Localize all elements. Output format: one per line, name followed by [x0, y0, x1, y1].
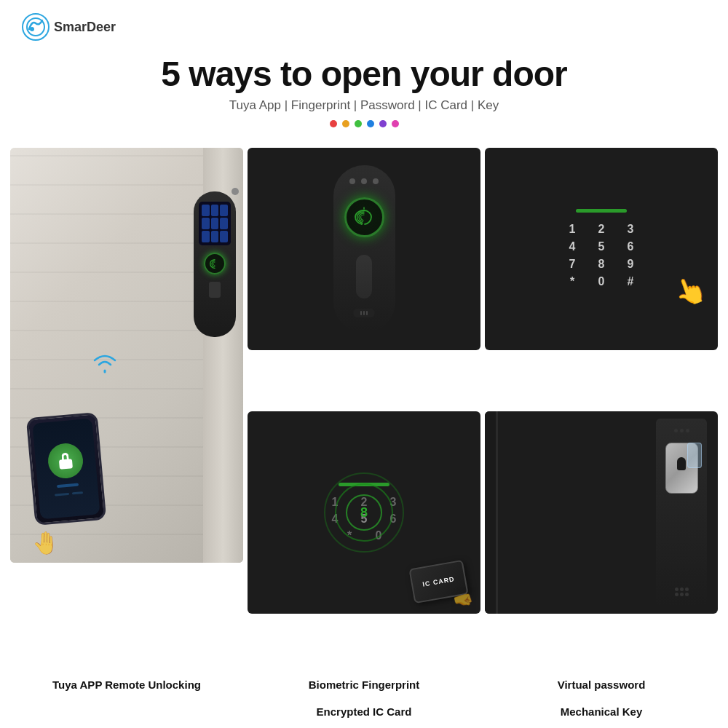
- key-1: 1: [563, 223, 581, 236]
- main-title: 5 ways to open your door: [22, 55, 706, 94]
- lock-body-icon: [209, 282, 221, 298]
- fp-icon-small: [208, 257, 221, 270]
- dot-2: [342, 120, 349, 127]
- key-panel: [656, 419, 707, 606]
- key-row-4: * 0 #: [563, 275, 639, 288]
- key-7: 7: [563, 258, 581, 271]
- ic-card-label: IC CARD: [422, 576, 456, 589]
- app-icon: [47, 441, 84, 479]
- caption-key: Mechanical Key: [485, 703, 718, 721]
- key-6: 6: [622, 240, 639, 253]
- key-star: *: [563, 275, 581, 288]
- cell-pwd: 1 2 3 4 5 6 7 8 9 *: [485, 148, 718, 408]
- caption-pwd: Virtual password: [485, 676, 718, 694]
- image-fingerprint: [248, 148, 480, 350]
- fp-main-circle: [344, 197, 384, 237]
- cell-fp: [248, 148, 480, 408]
- frame-left: [485, 411, 498, 614]
- bottom-speaker: [353, 309, 375, 317]
- image-ic-card: 1 2 3 4 5 6 8 * 0: [248, 411, 480, 614]
- key-0: 0: [593, 275, 610, 288]
- hand: 🤚: [32, 530, 59, 555]
- ic-keypad: 1 2 3 4 5 6 8 * 0: [319, 475, 409, 550]
- key-row-1: 1 2 3: [563, 223, 639, 236]
- kd5: [211, 218, 219, 229]
- phone-status-row: [54, 491, 82, 495]
- lock-device: [194, 191, 236, 337]
- dot-6: [392, 120, 399, 127]
- dots-row: [22, 120, 706, 127]
- wifi-signal: [90, 349, 119, 378]
- dot-4: [367, 120, 374, 127]
- key-hole: [677, 457, 686, 470]
- door-mount: [232, 188, 239, 195]
- key-4: 4: [563, 240, 581, 253]
- logo-icon: [22, 13, 50, 41]
- key-speaker: [673, 586, 690, 598]
- phone-screen: [32, 418, 100, 519]
- fp-device-bg: [333, 165, 395, 333]
- lock-keypad: [199, 202, 231, 245]
- key-5: 5: [593, 240, 610, 253]
- lock-sym: [58, 452, 73, 469]
- kd1: [202, 205, 210, 216]
- key-crystal: [687, 443, 702, 468]
- key-row-3: 7 8 9: [563, 258, 639, 271]
- cell-left: 🤚: [10, 148, 243, 671]
- key-hash: #: [622, 275, 639, 288]
- handle-shape: [356, 255, 372, 298]
- key-panel-holes: [673, 427, 691, 434]
- kd6: [220, 218, 228, 229]
- wifi-icon: [90, 349, 119, 375]
- kd7: [202, 231, 210, 242]
- caption-ic: Encrypted IC Card: [248, 703, 480, 721]
- kd8: [211, 231, 219, 242]
- logo-area: SmarDeer: [22, 13, 706, 41]
- fingerprint-svg: [352, 205, 376, 229]
- green-indicator: [576, 209, 627, 213]
- phone-label: [57, 483, 79, 488]
- subtitle: Tuya App | Fingerprint | Password | IC C…: [22, 98, 706, 113]
- logo-text: SmarDeer: [54, 20, 116, 35]
- cell-ic: 1 2 3 4 5 6 8 * 0: [248, 411, 480, 671]
- kd3: [220, 205, 228, 216]
- key-2: 2: [593, 223, 610, 236]
- image-key: [485, 411, 718, 614]
- hand-pointer: 👆: [670, 271, 711, 311]
- key-8: 8: [593, 258, 610, 271]
- captions-row: Tuya APP Remote Unlocking Biometric Fing…: [0, 671, 728, 703]
- dot-3: [355, 120, 362, 127]
- key-3: 3: [622, 223, 639, 236]
- dot-1: [330, 120, 337, 127]
- phone: [26, 412, 107, 526]
- kd2: [211, 205, 219, 216]
- kd9: [220, 231, 228, 242]
- hand-ic: 🤜: [451, 589, 475, 612]
- key-mechanism-box: [662, 443, 702, 508]
- image-tuya-app: 🤚: [10, 148, 243, 563]
- svg-point-2: [30, 27, 34, 31]
- title-area: 5 ways to open your door Tuya App | Fing…: [22, 48, 706, 130]
- caption-left-placeholder: [10, 703, 243, 721]
- caption-fp: Biometric Fingerprint: [248, 676, 480, 694]
- cell-key: [485, 411, 718, 671]
- captions-row-2: Encrypted IC Card Mechanical Key: [0, 703, 728, 728]
- lock-fingerprint: [204, 253, 226, 274]
- keypad: 1 2 3 4 5 6 7 8 9 *: [556, 202, 646, 296]
- key-9: 9: [622, 258, 639, 271]
- caption-left: Tuya APP Remote Unlocking: [10, 676, 243, 694]
- top-icons: [349, 178, 379, 184]
- image-password: 1 2 3 4 5 6 7 8 9 *: [485, 148, 718, 350]
- page: SmarDeer 5 ways to open your door Tuya A…: [0, 0, 728, 728]
- kd4: [202, 218, 210, 229]
- ic-center-num: 8: [360, 505, 368, 521]
- header-area: SmarDeer 5 ways to open your door Tuya A…: [0, 0, 728, 138]
- lock-shackle: [61, 452, 69, 462]
- image-grid: 🤚: [0, 138, 728, 671]
- dot-5: [379, 120, 387, 127]
- key-row-2: 4 5 6: [563, 240, 639, 253]
